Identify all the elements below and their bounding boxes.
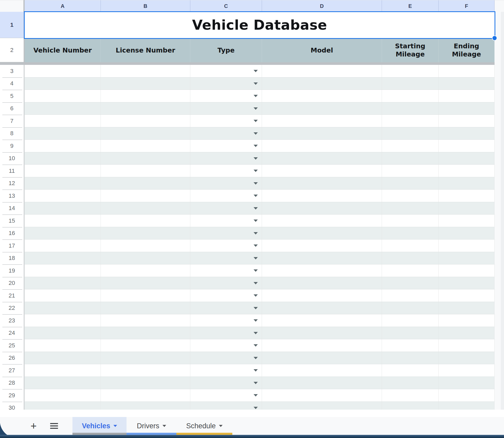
cell-c11[interactable] [190, 165, 262, 177]
cell-f11[interactable] [439, 165, 495, 177]
cell-d13[interactable] [262, 190, 382, 202]
cell-e8[interactable] [382, 127, 439, 140]
row-header-23[interactable]: 23 [0, 314, 24, 327]
cell-b23[interactable] [101, 314, 190, 327]
cell-f23[interactable] [439, 314, 495, 327]
header-cell-ending-mileage[interactable]: Ending Mileage [439, 38, 495, 62]
cell-d23[interactable] [262, 314, 382, 327]
row-header-20[interactable]: 20 [0, 277, 24, 290]
chevron-down-icon[interactable] [254, 195, 258, 197]
cell-b28[interactable] [101, 377, 190, 389]
cell-e21[interactable] [382, 289, 439, 302]
cell-b5[interactable] [101, 90, 190, 102]
cell-e14[interactable] [382, 202, 439, 215]
chevron-down-icon[interactable] [254, 394, 258, 397]
cell-e10[interactable] [382, 152, 439, 165]
chevron-down-icon[interactable] [254, 232, 258, 234]
cell-f22[interactable] [439, 302, 495, 314]
column-header-c[interactable]: C [190, 0, 262, 12]
cell-a8[interactable] [25, 127, 101, 140]
cell-d7[interactable] [262, 115, 382, 127]
cell-d27[interactable] [262, 364, 382, 377]
row-header-18[interactable]: 18 [0, 252, 24, 265]
cell-b17[interactable] [101, 239, 190, 252]
cell-c25[interactable] [190, 339, 262, 352]
cell-f5[interactable] [439, 90, 495, 102]
cell-a10[interactable] [25, 152, 101, 165]
cell-d25[interactable] [262, 339, 382, 352]
cell-a24[interactable] [25, 327, 101, 339]
chevron-down-icon[interactable] [254, 332, 258, 334]
chevron-down-icon[interactable] [254, 82, 258, 85]
column-header-d[interactable]: D [262, 0, 382, 12]
sheet-tab-drivers[interactable]: Drivers [127, 417, 176, 435]
cell-b15[interactable] [101, 215, 190, 227]
row-header-3[interactable]: 3 [0, 65, 24, 77]
cell-e23[interactable] [382, 314, 439, 327]
cell-c12[interactable] [190, 177, 262, 190]
cell-f26[interactable] [439, 352, 495, 364]
chevron-down-icon[interactable] [254, 257, 258, 259]
cell-b27[interactable] [101, 364, 190, 377]
cell-f6[interactable] [439, 102, 495, 115]
row-header-12[interactable]: 12 [0, 177, 24, 190]
header-cell-model[interactable]: Model [262, 38, 382, 62]
row-header-9[interactable]: 9 [0, 140, 24, 152]
cell-b10[interactable] [101, 152, 190, 165]
cell-f29[interactable] [439, 389, 495, 401]
chevron-down-icon[interactable] [254, 244, 258, 247]
chevron-down-icon[interactable] [254, 145, 258, 147]
row-header-5[interactable]: 5 [0, 90, 24, 102]
cell-b25[interactable] [101, 339, 190, 352]
cell-e20[interactable] [382, 277, 439, 289]
cell-e4[interactable] [382, 77, 439, 90]
add-sheet-button[interactable]: + [26, 417, 41, 435]
cell-a9[interactable] [25, 140, 101, 152]
chevron-down-icon[interactable] [254, 344, 258, 347]
cell-c20[interactable] [190, 277, 262, 289]
cell-c9[interactable] [190, 140, 262, 152]
merged-title-cell-a1[interactable]: Vehicle Database [25, 12, 495, 38]
cell-d28[interactable] [262, 377, 382, 389]
cell-e28[interactable] [382, 377, 439, 389]
chevron-down-icon[interactable] [254, 269, 258, 272]
cell-c28[interactable] [190, 377, 262, 389]
cell-a15[interactable] [25, 215, 101, 227]
header-cell-type[interactable]: Type [190, 38, 262, 62]
cell-a7[interactable] [25, 115, 101, 127]
chevron-down-icon[interactable] [254, 282, 258, 284]
chevron-down-icon[interactable] [254, 170, 258, 172]
cell-f27[interactable] [439, 364, 495, 377]
cell-e30[interactable] [382, 402, 439, 410]
cell-f3[interactable] [439, 65, 495, 77]
cell-a5[interactable] [25, 90, 101, 102]
cell-b26[interactable] [101, 352, 190, 364]
cell-b22[interactable] [101, 302, 190, 314]
cell-c19[interactable] [190, 264, 262, 277]
row-header-29[interactable]: 29 [0, 389, 24, 402]
cell-f8[interactable] [439, 127, 495, 140]
cell-b29[interactable] [101, 389, 190, 401]
selection-fill-handle-dot[interactable] [492, 35, 497, 41]
cell-f7[interactable] [439, 115, 495, 127]
header-cell-vehicle-number[interactable]: Vehicle Number [25, 38, 101, 62]
cell-f13[interactable] [439, 190, 495, 202]
cell-f17[interactable] [439, 239, 495, 252]
cell-e18[interactable] [382, 252, 439, 264]
sheet-tab-schedule[interactable]: Schedule [176, 417, 232, 435]
cell-a6[interactable] [25, 102, 101, 115]
cell-c22[interactable] [190, 302, 262, 314]
cell-c14[interactable] [190, 202, 262, 215]
column-header-e[interactable]: E [382, 0, 439, 12]
cell-f28[interactable] [439, 377, 495, 389]
cell-e17[interactable] [382, 239, 439, 252]
cell-d17[interactable] [262, 239, 382, 252]
cell-d14[interactable] [262, 202, 382, 215]
select-all-corner[interactable] [0, 0, 24, 12]
cell-f12[interactable] [439, 177, 495, 190]
row-header-4[interactable]: 4 [0, 77, 24, 90]
cell-c13[interactable] [190, 190, 262, 202]
cell-e11[interactable] [382, 165, 439, 177]
cell-f14[interactable] [439, 202, 495, 215]
cell-a4[interactable] [25, 77, 101, 90]
